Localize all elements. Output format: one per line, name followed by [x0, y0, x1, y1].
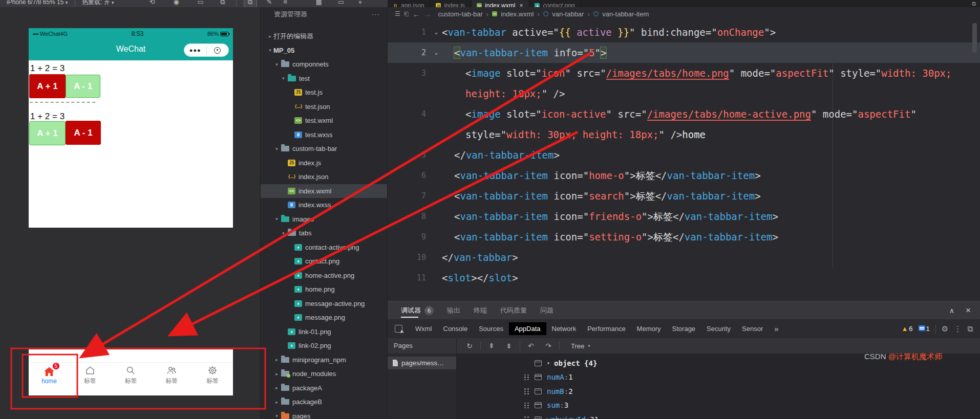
code-line-2[interactable]: 2⌄<van-tabbar-item info="5"> — [388, 42, 980, 63]
profile-icon[interactable]: ● — [353, 0, 367, 7]
tree-expand-icon[interactable]: ▾ — [273, 62, 280, 67]
panel-toggle-icon[interactable]: ⧉ — [244, 0, 257, 7]
tree-item-home-active.png[interactable]: ▲home-active.png — [261, 269, 387, 283]
tree-expand-icon[interactable]: ▸ — [273, 371, 280, 377]
editor-tab-index.js[interactable]: JSindex.js — [431, 0, 472, 7]
code-line-1[interactable]: 1⌄<van-tabbar active="{{ active }}" bind… — [388, 22, 980, 42]
compile-refresh-icon[interactable]: ⟲ — [145, 0, 159, 7]
tree-item-index.json[interactable]: {…}index.json — [261, 170, 387, 184]
devtool-tab-Performance[interactable]: Performance — [582, 322, 631, 335]
tree-expand-icon[interactable]: ▾ — [280, 76, 287, 81]
devtool-tab-Sensor[interactable]: Sensor — [736, 322, 769, 335]
tree-item-打开的编辑器[interactable]: ▸打开的编辑器 — [261, 29, 387, 43]
inspect-element-icon[interactable] — [395, 325, 402, 333]
editor-tab-app.json[interactable]: {}app.json — [388, 0, 431, 7]
explorer-menu-icon[interactable]: ··· — [372, 7, 380, 21]
tree-expand-icon[interactable]: ▸ — [273, 357, 280, 362]
editor-tab-contact.png[interactable]: ▲contact.png — [529, 0, 581, 7]
fold-caret-icon[interactable]: ⌄ — [431, 22, 442, 42]
tree-expand-icon[interactable]: ▸ — [267, 34, 273, 39]
add-button-2[interactable]: A + 1 — [29, 121, 66, 145]
fold-caret-icon[interactable]: ⌄ — [431, 42, 442, 63]
tree-expand-icon[interactable]: ▾ — [273, 146, 280, 151]
record-icon[interactable]: ◉ — [169, 0, 183, 7]
tree-item-test.js[interactable]: JStest.js — [261, 85, 387, 100]
tabbar-item-标签[interactable]: 标签 — [111, 363, 152, 387]
tabbar-item-home[interactable]: 5home — [29, 363, 70, 387]
split-editor-icon[interactable]: ⧉ — [972, 1, 976, 7]
device-icon[interactable]: ▭ — [194, 0, 207, 7]
tree-expand-icon[interactable]: ▾ — [280, 231, 287, 236]
tree-item-index.wxml[interactable]: <>index.wxml — [261, 184, 387, 199]
breadcrumb-item[interactable]: van-tabbar — [552, 10, 584, 18]
panel-tab-问题[interactable]: 问题 — [540, 301, 553, 319]
code-line-10[interactable]: 10</van-tabbar> — [388, 247, 980, 268]
tree-item-packageB[interactable]: ▸packageB — [261, 395, 387, 409]
devtool-tab-Network[interactable]: Network — [546, 322, 582, 335]
appdata-row[interactable]: numA : 1 — [457, 370, 980, 385]
tree-item-miniprogram_npm[interactable]: ▸miniprogram_npm — [261, 353, 387, 367]
tree-expand-icon[interactable]: ▾ — [273, 216, 280, 222]
drag-handle-icon[interactable] — [524, 374, 531, 381]
tree-item-test.wxss[interactable]: ≣test.wxss — [261, 128, 387, 142]
warning-icon[interactable]: ▲ — [901, 325, 908, 333]
tree-item-test[interactable]: ▾test — [261, 72, 387, 86]
code-line-7[interactable]: 7<van-tabbar-item icon="search">标签</van-… — [388, 186, 980, 206]
undo-icon[interactable]: ↶ — [522, 342, 540, 350]
code-line-9[interactable]: 9<van-tabbar-item icon="setting-o">标签</v… — [388, 227, 980, 247]
redo-icon[interactable]: ↷ — [540, 342, 557, 350]
tree-item-home.png[interactable]: ▲home.png — [261, 282, 387, 297]
hot-reload-toggle[interactable]: 热重载: 开 ▾ — [82, 0, 114, 6]
more-tabs-icon[interactable]: » — [769, 322, 784, 336]
code-line-wrap[interactable]: style="width: 30px; height: 18px;" />hom… — [388, 124, 980, 145]
expand-caret-icon[interactable]: ▾ — [547, 360, 550, 366]
collapse-panel-icon[interactable]: ∧ — [949, 306, 954, 315]
subtract-button-2[interactable]: A - 1 — [66, 121, 101, 145]
tree-item-link-02.png[interactable]: ▲link-02.png — [261, 339, 387, 353]
nav-back-icon[interactable]: ← — [412, 10, 420, 18]
tree-item-tabs[interactable]: ▾tabs — [261, 226, 387, 240]
devtool-tab-Storage[interactable]: Storage — [667, 322, 701, 335]
tree-mode-select[interactable]: Tree▾ — [571, 342, 590, 350]
tree-item-test.wxml[interactable]: <>test.wxml — [261, 114, 387, 128]
close-panel-icon[interactable]: × — [966, 305, 971, 316]
appdata-row[interactable]: numB : 2 — [457, 384, 980, 399]
tree-item-test.json[interactable]: {…}test.json — [261, 100, 387, 114]
tree-expand-icon[interactable]: ▾ — [273, 413, 280, 418]
tree-item-custom-tab-bar[interactable]: ▾custom-tab-bar — [261, 142, 387, 156]
close-tab-icon[interactable]: × — [519, 2, 523, 7]
appdata-row[interactable]: webviewId : 31 — [457, 412, 980, 419]
devtool-tab-Wxml[interactable]: Wxml — [410, 322, 438, 335]
code-area[interactable]: 1⌄<van-tabbar active="{{ active }}" bind… — [388, 22, 980, 288]
copy-icon[interactable]: ⧉ — [216, 0, 229, 7]
tree-item-contact-active.png[interactable]: ▲contact-active.png — [261, 240, 387, 255]
expand-all-icon[interactable]: ⇞ — [483, 342, 500, 350]
devtool-tab-Console[interactable]: Console — [438, 322, 474, 335]
devtool-tab-Security[interactable]: Security — [701, 322, 736, 335]
drag-handle-icon[interactable] — [524, 388, 531, 394]
tabbar-item-标签[interactable]: 标签 — [151, 363, 192, 387]
tree-expand-icon[interactable]: ▸ — [273, 400, 280, 405]
message-icon[interactable] — [919, 325, 925, 331]
outline-icon[interactable]: ☰ — [395, 10, 400, 17]
breadcrumb-item[interactable]: van-tabbar-item — [602, 10, 649, 18]
editor-scrollbar[interactable] — [972, 23, 977, 53]
page-item[interactable]: pages/mess… — [388, 357, 456, 369]
settings-gear-icon[interactable]: ⚙ — [942, 324, 948, 334]
code-line-4[interactable]: 4<image slot="icon-active" src="/images/… — [388, 104, 980, 124]
tree-expand-icon[interactable]: ▸ — [273, 385, 280, 390]
devtool-tab-Memory[interactable]: Memory — [631, 322, 667, 335]
code-line-6[interactable]: 6<van-tabbar-item icon="home-o">标签</van-… — [388, 165, 980, 186]
nav-forward-icon[interactable]: → — [423, 10, 431, 18]
breadcrumb-item[interactable]: custom-tab-bar — [438, 10, 482, 18]
tree-item-images[interactable]: ▾images — [261, 212, 387, 227]
grid-icon[interactable]: ▦ — [312, 0, 326, 7]
devtool-tab-AppData[interactable]: AppData — [509, 322, 546, 335]
tree-item-link-01.png[interactable]: ▲link-01.png — [261, 325, 387, 339]
tree-item-contact.png[interactable]: ▲contact.png — [261, 254, 387, 269]
devtool-tab-Sources[interactable]: Sources — [473, 322, 509, 335]
list-icon[interactable]: ≡ — [279, 0, 292, 7]
panel-tab-调试器[interactable]: 调试器6 — [401, 301, 434, 319]
tree-item-pages[interactable]: ▾pages — [261, 409, 387, 419]
collapse-all-icon[interactable]: ⇟ — [500, 342, 518, 350]
